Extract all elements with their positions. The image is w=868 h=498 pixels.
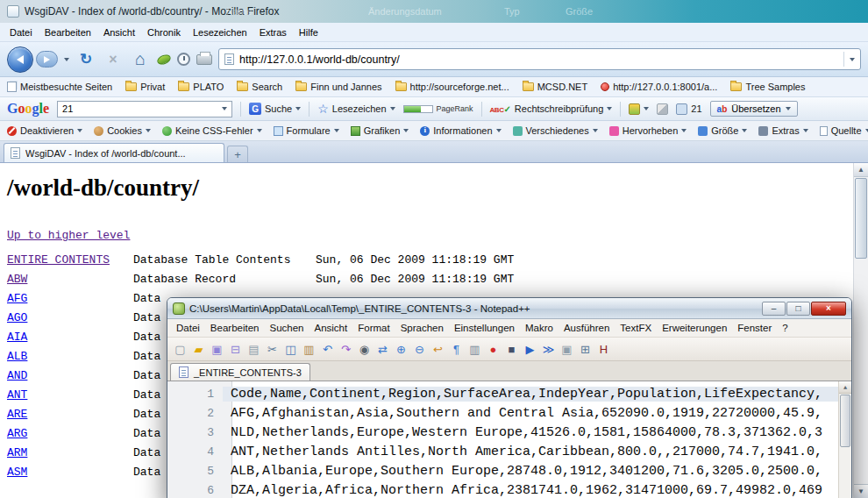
npp-vertical-scrollbar[interactable]: ▲	[838, 381, 851, 498]
back-button[interactable]	[7, 46, 33, 73]
npp-menu-item[interactable]: Sprachen	[395, 321, 449, 335]
forward-button[interactable]	[36, 51, 58, 68]
entry-link[interactable]: ARM	[7, 446, 27, 459]
url-input[interactable]	[239, 53, 838, 66]
zoom-in-icon[interactable]: ⊕	[393, 341, 409, 358]
history-clock-icon[interactable]	[177, 53, 190, 66]
pencil-icon[interactable]	[657, 103, 668, 115]
menu-item[interactable]: Bearbeiten	[39, 25, 97, 40]
entry-link[interactable]: ARG	[7, 427, 27, 440]
close-button[interactable]: ×	[811, 302, 846, 316]
reload-button[interactable]: ↻	[75, 48, 96, 71]
webdev-item[interactable]: Verschiedenes	[513, 125, 598, 136]
npp-menu-item[interactable]: Format	[352, 321, 395, 335]
menu-item[interactable]: Hilfe	[293, 25, 324, 40]
entry-link[interactable]: ALB	[7, 350, 27, 363]
menu-item[interactable]: Lesezeichen	[187, 25, 253, 40]
npp-menu-item[interactable]: Makro	[520, 321, 559, 335]
entry-link[interactable]: AGO	[7, 311, 27, 324]
npp-menu-item[interactable]: Erweiterungen	[657, 321, 732, 335]
record-macro-icon[interactable]: ●	[485, 341, 502, 358]
scroll-up-icon[interactable]: ▲	[839, 381, 851, 394]
zoom-out-icon[interactable]: ⊖	[411, 341, 428, 358]
webdev-item[interactable]: Quellte	[820, 125, 868, 136]
google-search-input[interactable]	[62, 103, 218, 114]
new-tab-button[interactable]: +	[227, 146, 248, 162]
indent-guide-icon[interactable]: ▥	[466, 341, 483, 358]
cut-icon[interactable]: ✂	[264, 341, 281, 358]
play-macro-icon[interactable]: ▶	[522, 341, 538, 358]
print-icon[interactable]	[196, 54, 212, 65]
addon-leaf-icon[interactable]	[156, 53, 173, 66]
npp-titlebar[interactable]: C:\Users\Martin\AppData\Local\Temp\_ENTI…	[167, 298, 851, 319]
bookmark-item[interactable]: Privat	[125, 82, 165, 92]
translate-button[interactable]: Übersetzen	[710, 101, 798, 117]
bookmark-item[interactable]: Meistbesuchte Seiten	[7, 82, 112, 92]
stop-button[interactable]: ×	[103, 48, 124, 71]
npp-menu-item[interactable]: Einstellungen	[449, 321, 520, 335]
webdev-item[interactable]: Formulare	[274, 125, 339, 136]
scrollbar-thumb[interactable]	[855, 178, 867, 259]
entry-link[interactable]: AFG	[7, 292, 27, 305]
google-search-button[interactable]: G Suche	[249, 103, 301, 115]
doc-map-icon[interactable]: ⊞	[577, 341, 594, 358]
webdev-item[interactable]: Informationen	[420, 125, 501, 136]
bookmark-item[interactable]: Tree Samples	[730, 82, 805, 92]
new-file-icon[interactable]: ▢	[172, 341, 189, 358]
undo-icon[interactable]: ↶	[319, 341, 336, 358]
entry-link[interactable]: ARE	[7, 408, 27, 421]
npp-editor[interactable]: 1 Code,Name,Continent,Region,SurfaceArea…	[167, 381, 851, 498]
npp-menu-item[interactable]: Ansicht	[309, 321, 353, 335]
page-scrollbar[interactable]: ▲ ▼	[853, 163, 868, 498]
bookmark-item[interactable]: http://sourceforge.net...	[395, 82, 509, 92]
stop-macro-icon[interactable]: ■	[503, 341, 520, 358]
entry-link[interactable]: ABW	[7, 273, 27, 286]
firefox-titlebar[interactable]: WsgiDAV - Index of /world-db/country/ - …	[0, 0, 868, 23]
bookmark-item[interactable]: PLATO	[178, 82, 224, 92]
npp-menu-item[interactable]: Datei	[171, 321, 205, 335]
replace-icon[interactable]: ⇄	[374, 341, 391, 358]
location-bar[interactable]	[218, 48, 861, 70]
open-folder-icon[interactable]: ▰	[190, 341, 207, 358]
npp-menu-item[interactable]: ?	[777, 321, 793, 335]
show-all-chars-icon[interactable]: ¶	[448, 341, 465, 358]
word-wrap-icon[interactable]: ↩	[430, 341, 446, 358]
save-macro-icon[interactable]: ▣	[559, 341, 575, 358]
webdev-item[interactable]: Hervorheben	[609, 125, 687, 136]
copy-icon[interactable]: ◫	[282, 341, 299, 358]
up-to-higher-level-link[interactable]: Up to higher level	[7, 229, 130, 242]
search-dropdown-icon[interactable]	[222, 107, 227, 110]
entry-link[interactable]: AND	[7, 369, 27, 382]
menu-item[interactable]: Datei	[4, 25, 39, 40]
minimize-button[interactable]: –	[762, 302, 786, 316]
run-multi-icon[interactable]: ≫	[540, 341, 557, 358]
scroll-up-icon[interactable]: ▲	[854, 163, 868, 177]
print-icon[interactable]: ▤	[245, 341, 262, 358]
html-preview-icon[interactable]: H	[595, 341, 612, 358]
menu-item[interactable]: Ansicht	[97, 25, 141, 40]
webdev-item[interactable]: Cookies	[94, 125, 151, 136]
entry-link[interactable]: ASM	[7, 466, 27, 479]
scrollbar-thumb[interactable]	[840, 395, 850, 447]
entry-link[interactable]: ANT	[7, 388, 27, 402]
entry-link[interactable]: AIA	[7, 331, 27, 344]
autofill-button[interactable]	[629, 103, 649, 115]
scroll-down-icon[interactable]: ▼	[854, 484, 868, 498]
npp-menu-item[interactable]: TextFX	[615, 321, 657, 335]
paste-icon[interactable]: ▥	[301, 341, 317, 358]
counter-button[interactable]: 21	[676, 103, 701, 115]
history-dropdown-icon[interactable]	[64, 58, 69, 61]
webdev-item[interactable]: Keine CSS-Fehler	[162, 125, 262, 136]
menu-item[interactable]: Chronik	[141, 25, 187, 40]
npp-menu-item[interactable]: Suchen	[264, 321, 309, 335]
maximize-button[interactable]: □	[786, 302, 810, 316]
bookmark-item[interactable]: http://127.0.0.1:8001/a...	[601, 82, 717, 92]
npp-document-tab[interactable]: _ENTIRE_CONTENTS-3	[170, 363, 310, 381]
webdev-item[interactable]: Extras	[758, 125, 808, 136]
find-icon[interactable]: ◉	[356, 341, 373, 358]
save-all-icon[interactable]: ⊟	[227, 341, 244, 358]
webdev-item[interactable]: Grafiken	[351, 125, 409, 136]
bookmark-item[interactable]: Search	[237, 82, 282, 92]
webdev-item[interactable]: Deaktivieren	[7, 125, 82, 136]
menu-item[interactable]: Extras	[253, 25, 293, 40]
